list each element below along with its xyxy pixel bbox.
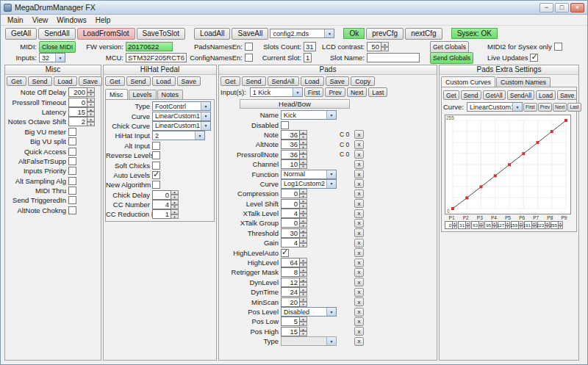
note-off-delay-spinner[interactable]: 200: [68, 87, 95, 97]
big-vu-meter-checkbox[interactable]: [68, 128, 76, 136]
misc-load-button[interactable]: Load: [54, 76, 77, 86]
last-pad-button[interactable]: Last: [368, 87, 387, 97]
first-curve-button[interactable]: First: [523, 103, 537, 112]
minimize-icon[interactable]: [539, 3, 553, 12]
spin-down-icon[interactable]: [300, 233, 307, 238]
spinner-value[interactable]: 159: [511, 221, 519, 229]
menu-windows[interactable]: Windows: [52, 16, 91, 24]
spinner-value[interactable]: 4: [152, 200, 171, 209]
load-from-slot-button[interactable]: LoadFromSlot: [77, 28, 135, 40]
notes-octave-shift-spinner[interactable]: 2: [68, 117, 95, 126]
spinner-value[interactable]: 63: [471, 221, 479, 229]
extra-curve-combo[interactable]: LinearCustom1: [467, 102, 523, 112]
clear-button[interactable]: x: [354, 189, 364, 198]
spinner-value[interactable]: 191: [524, 221, 532, 229]
clear-button[interactable]: x: [354, 160, 364, 169]
tab-misc[interactable]: Misc: [105, 89, 128, 99]
extra-load-button[interactable]: Load: [536, 90, 556, 100]
inputs-combo[interactable]: 32: [39, 53, 65, 62]
spinner-value[interactable]: 36: [281, 140, 300, 149]
latency-spinner[interactable]: 15: [68, 107, 95, 117]
big-vu-split-checkbox[interactable]: [68, 137, 76, 145]
clear-button[interactable]: x: [354, 209, 364, 218]
spinner-value[interactable]: 31: [458, 221, 466, 229]
chevron-down-icon[interactable]: [326, 180, 336, 188]
clear-button[interactable]: x: [354, 179, 364, 188]
curve-point-spinner[interactable]: 223: [537, 221, 550, 229]
spinner-value[interactable]: 36: [281, 150, 300, 159]
spin-down-icon[interactable]: [87, 122, 95, 127]
clear-button[interactable]: x: [354, 150, 364, 159]
altnote-chokng-checkbox[interactable]: [68, 206, 76, 214]
level-shift-spinner[interactable]: 0: [281, 199, 307, 209]
xtalk-group-spinner[interactable]: 0: [281, 218, 307, 228]
note-spinner[interactable]: 36: [281, 130, 307, 140]
spin-down-icon[interactable]: [300, 134, 307, 140]
extra-save-button[interactable]: Save: [557, 90, 577, 100]
extra-send-button[interactable]: Send: [461, 90, 481, 100]
close-midi-button[interactable]: Close MIDI: [39, 41, 76, 53]
pos-level-combo[interactable]: Disabled: [281, 307, 337, 317]
first-pad-button[interactable]: First: [304, 87, 324, 97]
chevron-down-icon[interactable]: [55, 54, 65, 62]
dynlevel-spinner[interactable]: 12: [281, 278, 307, 287]
spin-down-icon[interactable]: [381, 47, 389, 52]
spin-down-icon[interactable]: [300, 223, 307, 228]
chevron-down-icon[interactable]: [201, 122, 210, 130]
dyntime-spinner[interactable]: 24: [281, 287, 307, 297]
auto-levels-checkbox[interactable]: [152, 171, 160, 179]
cc-number-spinner[interactable]: 4: [152, 200, 179, 209]
spin-down-icon[interactable]: [300, 292, 307, 297]
pressroll-timeout-spinner[interactable]: 0: [68, 98, 95, 107]
tab-notes[interactable]: Notes: [157, 90, 184, 99]
spin-down-icon[interactable]: [300, 194, 307, 199]
spinner-value[interactable]: 200: [68, 87, 87, 97]
pads-sendall-button[interactable]: SendAll: [268, 76, 299, 86]
spinner-value[interactable]: 0: [68, 98, 87, 107]
clear-button[interactable]: x: [354, 278, 364, 286]
spin-down-icon[interactable]: [300, 203, 307, 209]
clear-button[interactable]: x: [354, 297, 364, 306]
prev-cfg-button[interactable]: prevCfg: [366, 28, 404, 40]
clear-button[interactable]: x: [354, 268, 364, 277]
hihat-type-combo[interactable]: FootContrl: [152, 101, 211, 111]
clear-button[interactable]: x: [354, 219, 364, 228]
chevron-down-icon[interactable]: [512, 103, 522, 111]
chevron-down-icon[interactable]: [324, 29, 334, 37]
clear-button[interactable]: x: [354, 317, 364, 326]
extra-get-button[interactable]: Get: [443, 90, 459, 100]
spinner-value[interactable]: 223: [537, 221, 545, 229]
send-triggeredin-checkbox[interactable]: [68, 196, 76, 204]
spinner-value[interactable]: 50: [367, 42, 381, 51]
spinner-value[interactable]: 12: [281, 278, 300, 287]
misc-save-button[interactable]: Save: [79, 76, 103, 86]
chevron-down-icon[interactable]: [293, 88, 302, 96]
tab-custom-names[interactable]: Custom Names: [496, 77, 551, 87]
live-updates-checkbox[interactable]: [530, 54, 538, 62]
spinner-value[interactable]: 10: [281, 159, 300, 169]
next-curve-button[interactable]: Next: [553, 103, 567, 112]
pads-names-en-checkbox[interactable]: [245, 43, 253, 51]
pad-curve-combo[interactable]: Log1Custom2: [281, 179, 337, 189]
midi-thru-checkbox[interactable]: [68, 187, 76, 195]
chevron-down-icon[interactable]: [326, 111, 336, 119]
lcd-contrast-spinner[interactable]: 50: [367, 42, 389, 51]
spin-down-icon[interactable]: [300, 322, 307, 327]
spinner-value[interactable]: 24: [281, 287, 300, 297]
clear-button[interactable]: x: [354, 199, 364, 208]
spinner-value[interactable]: 0: [152, 190, 171, 200]
misc-get-button[interactable]: Get: [7, 76, 26, 86]
soft-chicks-checkbox[interactable]: [152, 162, 160, 170]
curve-point-spinner[interactable]: 191: [524, 221, 537, 229]
get-all-button[interactable]: GetAll: [5, 28, 37, 40]
spin-down-icon[interactable]: [300, 331, 307, 336]
chick-delay-spinner[interactable]: 0: [152, 190, 179, 200]
spin-down-icon[interactable]: [87, 102, 95, 107]
spinner-value[interactable]: 30: [281, 228, 300, 238]
altfalsetrsupp-checkbox[interactable]: [68, 157, 76, 165]
spinner-value[interactable]: 20: [281, 297, 300, 307]
spinner-value[interactable]: 127: [498, 221, 506, 229]
spinner-value[interactable]: 2: [68, 117, 87, 126]
send-all-button[interactable]: SendAll: [38, 28, 75, 40]
pads-get-button[interactable]: Get: [220, 76, 240, 86]
